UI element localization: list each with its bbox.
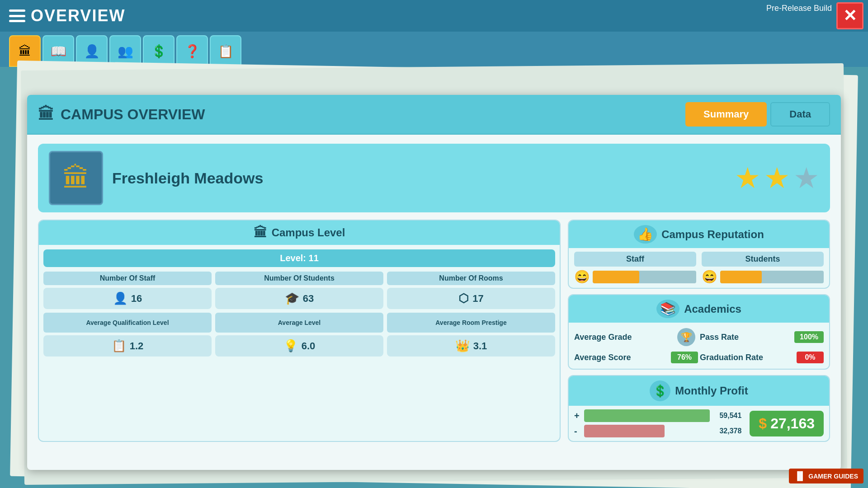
acad-avg-grade: Average Grade 🏆	[574, 326, 698, 348]
grad-rate-label: Graduation Rate	[700, 353, 763, 362]
acad-avg-score: Average Score 76%	[574, 350, 698, 365]
profit-box: 💲 Monthly Profit + 59,541	[568, 375, 830, 442]
star-2: ★	[764, 161, 790, 195]
reputation-header: 👍 Campus Reputation	[569, 221, 829, 248]
campus-level-section: 🏛 Campus Level Level: 11 Number Of Staff…	[38, 220, 561, 442]
level-bar: Level: 11	[43, 249, 555, 267]
avglevel-label: Average Level	[215, 313, 383, 333]
university-info: 🏛 Freshleigh Meadows	[49, 151, 263, 205]
data-button[interactable]: Data	[770, 102, 830, 127]
close-button[interactable]: ✕	[836, 2, 863, 29]
university-logo: 🏛	[49, 151, 103, 205]
profit-bars: + 59,541 - 32,378	[574, 409, 745, 437]
summary-button[interactable]: Summary	[685, 102, 767, 127]
right-section: 👍 Campus Reputation Staff 😄	[568, 220, 830, 442]
staff-icon: 👤	[113, 291, 127, 305]
qual-number: 1.2	[130, 340, 144, 352]
two-columns: 🏛 Campus Level Level: 11 Number Of Staff…	[38, 220, 830, 442]
prestige-label: Average Room Prestige	[387, 313, 555, 333]
top-bar: OVERVIEW Pre-Release Build ✕	[0, 0, 868, 32]
qual-value: 📋 1.2	[43, 335, 212, 357]
nav-tab-tasks[interactable]: 📋	[210, 35, 241, 67]
avg-score-label: Average Score	[574, 353, 631, 362]
rooms-label: Number Of Rooms	[387, 272, 555, 285]
profit-expense-label: 32,378	[719, 427, 741, 435]
academics-header: 📚 Academics	[569, 295, 829, 323]
star-3: ★	[793, 161, 819, 195]
stat-col-avglevel: Average Level 💡 6.0	[215, 313, 383, 357]
students-value: 🎓 63	[215, 288, 383, 309]
academics-box: 📚 Academics Average Grade 🏆 Pass Rate 10…	[568, 294, 830, 370]
stat-col-qual: Average Qualification Level 📋 1.2	[43, 313, 212, 357]
students-icon: 🎓	[285, 291, 299, 305]
main-panel: 🏛 CAMPUS OVERVIEW Summary Data 🏛 Freshle…	[27, 95, 841, 470]
nav-tab-finance[interactable]: 💲	[143, 35, 175, 67]
rooms-value: ⬡ 17	[387, 288, 555, 309]
plus-sign: +	[574, 411, 580, 421]
thumbs-up-icon: 👍	[634, 225, 657, 244]
pass-rate-value: 100%	[794, 331, 824, 343]
stats-grid-row2: Average Qualification Level 📋 1.2 Averag…	[39, 313, 560, 360]
rep-students-fill	[720, 271, 762, 283]
profit-income-fill	[584, 409, 710, 422]
nav-tab-help[interactable]: ❓	[176, 35, 208, 67]
stars-container: ★ ★ ★	[735, 161, 819, 195]
avg-grade-label: Average Grade	[574, 333, 632, 342]
profit-content: + 59,541 - 32,378	[569, 406, 829, 441]
close-icon: ✕	[843, 8, 857, 24]
panel-header: 🏛 CAMPUS OVERVIEW Summary Data	[27, 95, 841, 135]
reputation-box: 👍 Campus Reputation Staff 😄	[568, 220, 830, 289]
app-title: OVERVIEW	[9, 6, 125, 25]
profit-expense-fill	[584, 425, 665, 437]
university-card: 🏛 Freshleigh Meadows ★ ★ ★	[38, 144, 830, 212]
avg-grade-icon: 🏆	[677, 328, 695, 346]
profit-total: $ 27,163	[750, 411, 824, 436]
rep-students-emoji: 😄	[702, 269, 717, 284]
minus-sign: -	[574, 426, 580, 436]
prestige-number: 3.1	[473, 340, 487, 352]
qual-label: Average Qualification Level	[43, 313, 212, 333]
acad-grad-rate: Graduation Rate 0%	[700, 350, 824, 365]
rep-col-staff: Staff 😄	[574, 252, 696, 284]
academics-grid: Average Grade 🏆 Pass Rate 100% Average S…	[569, 323, 829, 369]
stat-col-students: Number Of Students 🎓 63	[215, 272, 383, 309]
menu-icon[interactable]	[9, 9, 25, 22]
rooms-number: 17	[472, 293, 483, 305]
profit-expense-row: - 32,378	[574, 425, 745, 437]
rep-staff-emoji: 😄	[574, 269, 590, 284]
book-icon: 📚	[656, 300, 679, 318]
qual-icon: 📋	[112, 339, 126, 353]
profit-dollar-icon: $	[759, 415, 767, 432]
reputation-bars: Staff 😄 Students 😄	[569, 248, 829, 288]
university-name: Freshleigh Meadows	[112, 169, 263, 187]
avglevel-icon: 💡	[283, 339, 298, 353]
title-text: OVERVIEW	[31, 6, 125, 25]
dollar-icon: 💲	[650, 380, 670, 401]
campus-icon: 🏛	[254, 225, 267, 240]
rep-students-bar: 😄	[702, 269, 824, 284]
profit-title: Monthly Profit	[675, 385, 748, 397]
profit-total-amount: 27,163	[770, 415, 815, 432]
students-label: Number Of Students	[215, 272, 383, 285]
stats-grid-row1: Number Of Staff 👤 16 Number Of Students …	[39, 272, 560, 313]
avg-score-value: 76%	[671, 352, 698, 363]
rep-students-label: Students	[702, 252, 824, 267]
prestige-icon: 👑	[455, 339, 470, 353]
staff-number: 16	[131, 293, 142, 305]
star-1: ★	[735, 161, 760, 195]
gamer-guides-watermark: ▐▌ GAMER GUIDES	[789, 469, 863, 483]
academics-title: Academics	[684, 303, 741, 315]
stat-col-prestige: Average Room Prestige 👑 3.1	[387, 313, 555, 357]
panel-title: 🏛 CAMPUS OVERVIEW	[38, 105, 205, 124]
campus-level-title: Campus Level	[272, 226, 345, 239]
rep-col-students: Students 😄	[702, 252, 824, 284]
reputation-title: Campus Reputation	[661, 228, 764, 241]
profit-expense-bg: 32,378	[584, 425, 745, 437]
level-label: Level: 11	[280, 253, 319, 263]
profit-header: 💲 Monthly Profit	[569, 376, 829, 406]
rep-staff-fill	[593, 271, 639, 283]
stat-col-rooms: Number Of Rooms ⬡ 17	[387, 272, 555, 309]
rep-staff-bg	[593, 271, 696, 283]
staff-value: 👤 16	[43, 288, 212, 309]
prerelease-label: Pre-Release Build	[766, 4, 832, 13]
